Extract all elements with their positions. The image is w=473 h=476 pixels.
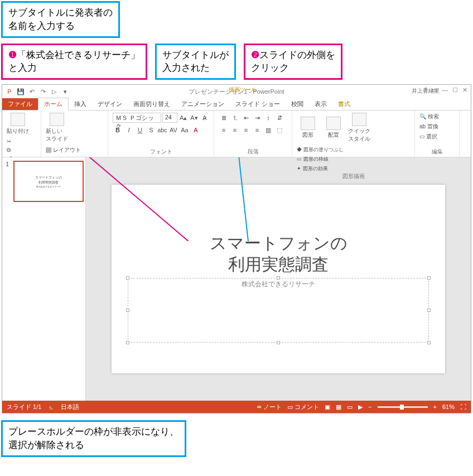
italic-button[interactable]: I [124, 125, 134, 135]
grow-font-icon[interactable]: A▴ [178, 113, 188, 123]
slide-thumbnail-1[interactable]: スマートフォンの 利用実態調査 株式会社できるリサーチ [13, 161, 84, 202]
zoom-percent[interactable]: 61% [442, 403, 455, 410]
spellcheck-icon[interactable]: ⎁ [49, 403, 53, 410]
quick-styles-button[interactable]: クイック スタイル [348, 113, 370, 143]
subtitle-placeholder[interactable]: 株式会社できるリサーチ [128, 278, 429, 343]
group-font: ＭＳ Ｐゴシック 24 A▴ A▾ A̷ B I U S abc AV Aa A [108, 110, 214, 157]
shape-fill-label: 図形の塗りつぶし [303, 147, 344, 152]
zoom-slider[interactable] [378, 406, 428, 408]
step-1-number: ❶ [8, 50, 17, 60]
sorter-view-icon[interactable]: ▦ [336, 403, 341, 411]
align-right-button[interactable]: ≡ [241, 125, 251, 135]
resize-handle-bc[interactable] [277, 341, 280, 344]
status-slide-count: スライド 1/1 [7, 403, 41, 411]
slide-canvas-area[interactable]: スマートフォンの 利用実態調査 株式会社できるリサーチ [86, 157, 471, 401]
step-1-text: 「株式会社できるリサーチ」 と入力 [8, 50, 140, 74]
change-case-button[interactable]: Aa [180, 125, 190, 135]
group-editing-label: 編集 [419, 148, 455, 156]
resize-handle-rc[interactable] [427, 309, 431, 312]
normal-view-icon[interactable]: ▣ [325, 403, 330, 411]
strike-button[interactable]: S [146, 125, 156, 135]
tab-design[interactable]: デザイン [92, 98, 128, 110]
numbering-button[interactable]: ⒈ [230, 113, 240, 123]
zoom-out-icon[interactable]: − [368, 403, 371, 410]
group-paragraph-label: 段落 [219, 148, 287, 156]
resize-handle-bl[interactable] [126, 341, 129, 344]
font-color-button[interactable]: A [191, 125, 201, 135]
callout-bottom-result: プレースホルダーの枠が非表示になり、 選択が解除される [1, 420, 186, 457]
shape-fill-button[interactable]: ◆ 図形の塗りつぶし [297, 146, 344, 153]
group-clipboard: 貼り付け ✂ ⧉ 🖌 クリップボード [2, 110, 41, 157]
paste-icon [11, 113, 25, 126]
arrange-button[interactable]: 配置 [322, 117, 345, 139]
resize-handle-tr[interactable] [427, 276, 431, 280]
reading-view-icon[interactable]: ▭ [347, 403, 353, 411]
increase-indent-button[interactable]: ⇥ [252, 113, 262, 123]
group-paragraph: ≣ ⒈ ⇤ ⇥ ↕ ⇵ ≡ ≡ ≡ ≡ ▥ ⬚ 段落 [214, 110, 292, 157]
tab-animations[interactable]: アニメーション [176, 98, 230, 110]
zoom-slider-thumb[interactable] [400, 405, 404, 410]
find-button[interactable]: 🔍 検索 [419, 113, 439, 121]
underline-button[interactable]: U [135, 125, 145, 135]
minimize-icon[interactable]: — [442, 86, 448, 94]
replace-label: 置換 [427, 123, 438, 129]
group-drawing: 図形 配置 クイック スタイル ◆ 図形の塗りつぶし ▭ 図形の枠線 ✦ 図形の… [292, 110, 415, 157]
step-2-text: スライドの外側を クリック [251, 50, 335, 74]
thumb-title-2: 利用実態調査 [38, 180, 59, 185]
close-icon[interactable]: ✕ [462, 86, 467, 94]
resize-handle-tl[interactable] [126, 276, 129, 280]
comments-label: コメント [295, 403, 319, 410]
tab-file[interactable]: ファイル [2, 98, 38, 110]
bullets-button[interactable]: ≣ [219, 113, 229, 123]
tab-view[interactable]: 表示 [309, 98, 332, 110]
callout-step-1: ❶「株式会社できるリサーチ」 と入力 [1, 44, 147, 80]
align-left-button[interactable]: ≡ [219, 125, 229, 135]
copy-icon[interactable]: ⧉ [7, 147, 12, 153]
char-spacing-button[interactable]: AV [168, 125, 178, 135]
justify-button[interactable]: ≡ [252, 125, 262, 135]
tab-transitions[interactable]: 画面切り替え [128, 98, 176, 110]
decrease-indent-button[interactable]: ⇤ [241, 113, 251, 123]
smartart-button[interactable]: ⬚ [274, 125, 284, 135]
select-button[interactable]: ▭ 選択 [419, 133, 439, 141]
resize-handle-lc[interactable] [126, 309, 129, 312]
columns-button[interactable]: ▥ [263, 125, 273, 135]
new-slide-label: 新しい スライド [46, 127, 68, 143]
shapes-button[interactable]: 図形 [297, 117, 319, 139]
tab-home[interactable]: ホーム [38, 98, 69, 110]
align-center-button[interactable]: ≡ [230, 125, 240, 135]
signed-in-user[interactable]: 井上香緒里 [412, 87, 440, 95]
text-direction-button[interactable]: ⇵ [274, 113, 284, 123]
tab-slideshow[interactable]: スライド ショー [230, 98, 286, 110]
fit-window-icon[interactable]: ⛶ [460, 403, 466, 410]
slideshow-view-icon[interactable]: ▶ [358, 403, 363, 411]
cut-icon[interactable]: ✂ [7, 138, 12, 145]
thumb-subtitle: 株式会社できるリサーチ [36, 185, 61, 188]
resize-handle-br[interactable] [427, 341, 431, 344]
maximize-icon[interactable]: ☐ [452, 86, 458, 94]
new-slide-button[interactable]: 新しい スライド [46, 113, 68, 143]
slide[interactable]: スマートフォンの 利用実態調査 株式会社できるリサーチ [112, 185, 445, 373]
layout-button[interactable]: ▦ レイアウト [46, 146, 81, 154]
replace-button[interactable]: ab 置換 [419, 123, 439, 131]
subtitle-text[interactable]: 株式会社できるリサーチ [242, 280, 315, 289]
tab-review[interactable]: 校閲 [286, 98, 309, 110]
comments-button[interactable]: ▭ コメント [287, 403, 319, 411]
tab-format[interactable]: 書式 [332, 98, 356, 110]
status-language[interactable]: 日本語 [61, 403, 79, 411]
arrange-icon [326, 117, 341, 130]
font-family-selector[interactable]: ＭＳ Ｐゴシック [113, 113, 161, 123]
shadow-button[interactable]: abc [157, 125, 167, 135]
slide-title-text[interactable]: スマートフォンの 利用実態調査 [210, 233, 347, 275]
notes-button[interactable]: ≐ ノート [257, 403, 282, 411]
clear-format-icon[interactable]: A̷ [200, 113, 210, 123]
zoom-in-icon[interactable]: + [433, 403, 437, 410]
resize-handle-tc[interactable] [277, 276, 280, 280]
bold-button[interactable]: B [113, 125, 123, 135]
paste-button[interactable]: 貼り付け [7, 113, 29, 135]
font-size-selector[interactable]: 24 [162, 113, 177, 123]
tab-insert[interactable]: 挿入 [69, 98, 92, 110]
slide-thumbnail-panel: 1 スマートフォンの 利用実態調査 株式会社できるリサーチ [2, 157, 86, 401]
shrink-font-icon[interactable]: A▾ [189, 113, 199, 123]
line-spacing-button[interactable]: ↕ [263, 113, 273, 123]
